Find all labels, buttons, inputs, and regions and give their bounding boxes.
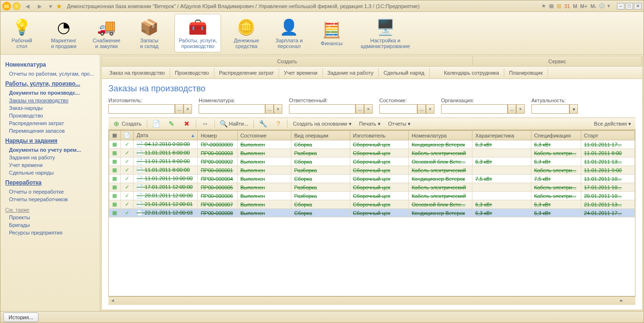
history-button[interactable]: История... — [3, 313, 38, 322]
mplus-button[interactable]: M+ — [580, 3, 588, 9]
logo-1c-icon[interactable]: 1C — [2, 2, 11, 10]
tab-time[interactable]: Учет времени — [279, 68, 323, 78]
col-header[interactable]: ▦ — [109, 131, 121, 140]
tab-piece[interactable]: Сдельный наряд — [379, 68, 430, 78]
lookup-button[interactable]: ... — [265, 104, 274, 114]
clear-button[interactable]: × — [274, 104, 282, 114]
table-row[interactable]: ▦✓📄 11.01.2011 8:00:00ПР00-000003Выполне… — [109, 149, 635, 157]
col-header[interactable]: Вид операции — [291, 131, 350, 140]
filter-input[interactable] — [379, 104, 417, 114]
m-button[interactable]: M — [573, 3, 577, 9]
col-header[interactable]: Номер — [198, 131, 237, 140]
h-scrollbar[interactable] — [108, 296, 635, 305]
col-header[interactable]: Номенклатура — [409, 131, 472, 140]
ribbon-marketing[interactable]: ◔Маркетинги продажи — [47, 14, 80, 52]
dropdown-icon[interactable] — [13, 2, 20, 10]
info-icon[interactable]: ⓘ — [599, 2, 605, 10]
sb-works-header[interactable]: Работы, услуги, произво... — [5, 80, 95, 87]
col-header[interactable]: Изготовитель — [350, 131, 409, 140]
table-row[interactable]: ▦✓📄 20.01.2011 12:00:00ПР00-000006Выполн… — [109, 192, 635, 200]
create-base-button[interactable]: Создать на основании ▾ — [290, 120, 354, 128]
ribbon-salary[interactable]: 👤Зарплата иперсонал — [271, 14, 306, 52]
sb-piece-work[interactable]: Сдельные наряды — [5, 169, 95, 176]
sb-processing-header[interactable]: Переработка — [5, 179, 95, 186]
ribbon-finance[interactable]: 🧮Финансы — [315, 14, 348, 52]
sb-time-docs[interactable]: Документы по учету врем... — [5, 146, 95, 154]
minimize-button[interactable]: – — [617, 3, 625, 10]
filter-input[interactable] — [199, 104, 265, 114]
data-grid[interactable]: ▦📄Дата ▴НомерСостояниеВид операцииИзгото… — [108, 130, 635, 296]
refresh-button[interactable]: ↔ — [199, 119, 211, 128]
ribbon-money[interactable]: 🪙Денежныесредства — [230, 14, 263, 52]
settings-button[interactable]: 🔧 — [257, 119, 269, 128]
nav-back-icon[interactable]: ◄ — [22, 2, 33, 10]
lookup-button[interactable]: ... — [417, 104, 426, 114]
tab-calendar[interactable]: Календарь сотрудника — [439, 68, 504, 78]
table-row[interactable]: ▦✓📄 11.01.2011 10:00:00ПР00-000004Выполн… — [109, 175, 635, 183]
tab-planner[interactable]: Планировщик — [504, 68, 548, 78]
tab-work-task[interactable]: Задание на работу — [323, 68, 379, 78]
ribbon-desktop[interactable]: 💡Рабочийстол — [5, 14, 38, 52]
help-button[interactable]: ? — [272, 119, 284, 128]
nav-drop-icon[interactable]: ▾ — [47, 2, 54, 10]
table-row[interactable]: ▦✓📄 11.01.2011 8:00:00ПР00-000001Выполне… — [109, 166, 635, 175]
sb-reports[interactable]: Отчеты по работам, услугам, про... — [5, 70, 95, 78]
sb-resources[interactable]: Ресурсы предприятия — [5, 229, 95, 236]
col-header[interactable]: Спецификация — [531, 131, 581, 140]
clear-button[interactable]: × — [364, 104, 373, 114]
sb-proc-reports[interactable]: Отчеты о переработке — [5, 188, 95, 196]
filter-input[interactable] — [531, 104, 569, 114]
delete-button[interactable]: ✖ — [181, 119, 193, 128]
ribbon-stock[interactable]: 📦Запасыи склад — [133, 14, 166, 52]
edit-button[interactable]: ✎ — [165, 119, 178, 128]
col-header[interactable]: 📄 — [120, 131, 134, 140]
calc-icon[interactable]: ▥ — [557, 3, 561, 9]
ribbon-settings[interactable]: 🖥️Настройка иадминистрирование — [357, 14, 414, 52]
filter-input[interactable] — [289, 104, 356, 114]
lookup-button[interactable]: ... — [508, 104, 516, 114]
dropdown-icon[interactable]: ▾ — [569, 104, 578, 114]
mminus-button[interactable]: M- — [590, 3, 596, 9]
nav-fwd-icon[interactable]: ► — [35, 2, 45, 10]
sb-processor-reports[interactable]: Отчеты переработчиков — [5, 196, 95, 203]
sb-orders-prod[interactable]: Заказы на производство — [5, 97, 95, 104]
find-button[interactable]: 🔍Найти... — [218, 119, 251, 128]
sb-docs-prod[interactable]: Документы по производс... — [5, 89, 95, 97]
calendar-icon[interactable]: 31 — [564, 3, 570, 9]
col-header[interactable]: Дата ▴ — [134, 131, 198, 140]
create-button[interactable]: ⊕Создать — [110, 119, 144, 128]
sb-time-track[interactable]: Учет времени — [5, 161, 95, 169]
sb-cost-dist[interactable]: Распределения затрат — [5, 119, 95, 127]
tab-production[interactable]: Производство — [170, 68, 214, 78]
lookup-button[interactable]: ... — [356, 104, 364, 114]
filter-input[interactable] — [441, 104, 508, 114]
sb-tasks-header[interactable]: Наряды и задания — [5, 137, 95, 144]
tab-cost-dist[interactable]: Распределение затрат — [214, 68, 279, 78]
info-drop-icon[interactable]: ▾ — [607, 3, 610, 9]
close-button[interactable]: ✕ — [634, 3, 642, 10]
clear-button[interactable]: × — [516, 104, 525, 114]
tab-order-prod[interactable]: Заказ на производство — [105, 68, 170, 78]
sb-work-tasks[interactable]: Задания на работу — [5, 154, 95, 161]
lookup-button[interactable]: ... — [175, 104, 183, 114]
all-actions-button[interactable]: Все действия ▾ — [592, 120, 634, 128]
table-row[interactable]: ▦✓📄 04.12.2010 0:00:00ПР-00000009Выполне… — [109, 140, 635, 149]
col-header[interactable]: Состояние — [237, 131, 291, 140]
favorite-icon[interactable]: ★ — [56, 2, 62, 10]
clear-button[interactable]: × — [183, 104, 192, 114]
copy-button[interactable]: 📄 — [150, 119, 163, 128]
sb-nomenclature[interactable]: Номенклатура — [5, 61, 95, 68]
table-row[interactable]: ▦✓📄 11.01.2011 8:00:00ПР00-000002Выполне… — [109, 157, 635, 166]
sb-production[interactable]: Производство — [5, 112, 95, 119]
reports-button[interactable]: Отчеты ▾ — [386, 120, 413, 128]
sb-stock-move[interactable]: Перемещения запасов — [5, 127, 95, 135]
sb-projects[interactable]: Проекты — [5, 214, 95, 221]
table-row[interactable]: ▦✓📄 21.01.2011 12:00:01ПР00-000007Выполн… — [109, 200, 635, 209]
col-header[interactable]: Старт — [581, 131, 634, 140]
ribbon-production[interactable]: 🧰Работы, услуги,производство — [174, 14, 221, 52]
grid-icon[interactable]: ▦ — [549, 3, 554, 9]
table-row[interactable]: ▦✓📄 17.01.2011 12:00:00ПР00-000005Выполн… — [109, 183, 635, 192]
sb-teams[interactable]: Бригады — [5, 221, 95, 229]
maximize-button[interactable]: □ — [625, 3, 633, 10]
table-row[interactable]: ▦✓📄 22.01.2011 12:00:03ПР00-000008Выполн… — [109, 209, 635, 217]
